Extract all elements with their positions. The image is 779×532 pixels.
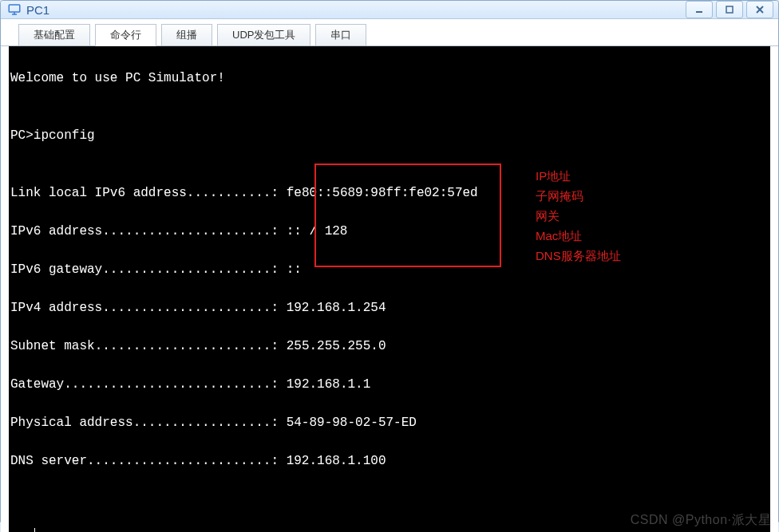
value-subnet-mask: 255.255.255.0 xyxy=(287,339,386,353)
title-bar: PC1 xyxy=(1,1,778,19)
value-ipv4-address: 192.168.1.254 xyxy=(287,301,386,315)
value-ipv6-address: :: / 128 xyxy=(287,224,348,238)
terminal-container: Welcome to use PC Simulator! PC>ipconfig… xyxy=(1,45,778,532)
ipconfig-row-ipv6-gateway: IPv6 gateway......................: :: xyxy=(10,260,769,279)
svg-rect-2 xyxy=(726,6,733,13)
value-gateway: 192.168.1.1 xyxy=(287,377,371,392)
title-left: PC1 xyxy=(7,2,686,17)
ipconfig-row-gateway: Gateway...........................: 192.… xyxy=(10,375,769,394)
app-window: PC1 基础配置 命令行 组播 UDP发包工具 串口 Welcome to us… xyxy=(0,0,779,522)
annotation-box-values xyxy=(314,164,501,267)
annotation-ipv4: IP地址 xyxy=(536,167,571,186)
tab-serial[interactable]: 串口 xyxy=(315,24,366,46)
maximize-button[interactable] xyxy=(716,1,743,18)
value-ipv6-link-local: fe80::5689:98ff:fe02:57ed xyxy=(287,186,478,200)
annotation-dns: DNS服务器地址 xyxy=(536,246,621,266)
terminal-prompt-line: PC> xyxy=(10,528,769,532)
terminal-prompt: PC> xyxy=(10,528,34,532)
ipconfig-row-physical: Physical address..................: 54-8… xyxy=(10,413,769,432)
window-title: PC1 xyxy=(26,3,49,17)
terminal-command: ipconfig xyxy=(34,128,95,143)
tab-command-line[interactable]: 命令行 xyxy=(95,24,156,46)
tab-bar: 基础配置 命令行 组播 UDP发包工具 串口 xyxy=(1,19,778,46)
minimize-button[interactable] xyxy=(686,1,713,18)
ipconfig-row-subnet: Subnet mask.......................: 255.… xyxy=(10,337,769,356)
ipconfig-row-ipv6-address: IPv6 address......................: :: /… xyxy=(10,222,769,241)
value-physical-address: 54-89-98-02-57-ED xyxy=(287,416,417,430)
annotation-mac: Mac地址 xyxy=(536,227,582,246)
value-dns-server: 192.168.1.100 xyxy=(287,454,386,468)
tab-basic-config[interactable]: 基础配置 xyxy=(18,24,90,46)
app-icon xyxy=(7,2,22,17)
ipconfig-row-dns: DNS server........................: 192.… xyxy=(10,451,769,471)
terminal-cursor xyxy=(34,528,35,532)
terminal[interactable]: Welcome to use PC Simulator! PC>ipconfig… xyxy=(9,46,770,532)
ipconfig-row-ipv6-link-local: Link local IPv6 address...........: fe80… xyxy=(10,183,769,203)
tab-multicast[interactable]: 组播 xyxy=(161,24,212,46)
terminal-prompt: PC> xyxy=(10,128,34,143)
close-button[interactable] xyxy=(746,1,773,18)
annotation-gateway: 网关 xyxy=(536,207,560,226)
ipconfig-row-ipv4-address: IPv4 address......................: 192.… xyxy=(10,298,769,317)
annotation-subnet: 子网掩码 xyxy=(536,187,583,206)
window-controls xyxy=(686,1,773,18)
tab-udp-packet-tool[interactable]: UDP发包工具 xyxy=(217,24,310,46)
value-ipv6-gateway: :: xyxy=(287,262,302,277)
svg-rect-0 xyxy=(9,5,20,12)
terminal-welcome: Welcome to use PC Simulator! xyxy=(10,69,769,88)
terminal-cmd-line: PC>ipconfig xyxy=(10,126,769,145)
